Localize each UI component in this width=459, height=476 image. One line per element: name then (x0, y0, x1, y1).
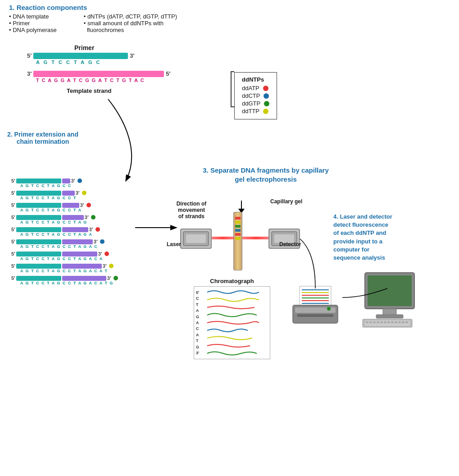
svg-rect-33 (402, 321, 404, 323)
section3-label: 3. Separate DNA fragments by capillary g… (198, 166, 333, 183)
laser-beam-left (212, 237, 234, 239)
strand-group-3: 5′ 3′ A G T C C T A G C C T A (11, 202, 91, 212)
laser-beam-right (242, 237, 269, 239)
ddatp-row: ddATP (242, 85, 269, 92)
ddttp-dot (263, 109, 268, 114)
strand-group-8: 5′ 3′ A G T C C T A G C C T A G A C A T (11, 263, 114, 273)
svg-rect-25 (373, 321, 376, 323)
ddntps-box: ddNTPs ddATP ddCTP ddGTP ddTTP (234, 72, 277, 119)
svg-rect-15 (297, 314, 333, 317)
item-dna-polymerase: DNA polymerase (9, 27, 57, 33)
top-strand-row: 5′ 3′ (27, 52, 135, 59)
chrom-labels-col: 5′ C T A G A C A T G 3′ (196, 288, 202, 357)
svg-rect-34 (405, 321, 408, 323)
strand-group-6: 5′ 3′ A G T C C T A G C C T A G A C (11, 239, 105, 249)
svg-rect-28 (384, 321, 386, 323)
strand-group-2: 5′ 3′ A G T C C T A G C C T (11, 190, 86, 200)
bottom-3prime: 3′ (27, 70, 32, 77)
section1-right-list: dNTPs (dATP, dCTP, dGTP, dTTP) small amo… (84, 13, 177, 33)
top-dna-letters: A G T C C T A G C (36, 60, 101, 65)
chrom-waves-col (205, 288, 259, 357)
strand-group-1: 5′ 3′ A G T C C T A G C C (11, 178, 82, 188)
ddntps-title: ddNTPs (242, 76, 269, 83)
strand-group-9: 5′ 3′ A G T C C T A G C C T A G A C A T … (11, 275, 118, 285)
ddgtp-row: ddGTP (242, 100, 269, 107)
section1-left-list: DNA template Primer DNA polymerase (9, 13, 57, 33)
svg-rect-20 (376, 315, 403, 318)
primer-label: Primer (74, 44, 94, 51)
section1-left: DNA template Primer DNA polymerase (9, 13, 57, 33)
strand-group-7: 5′ 3′ A G T C C T A G C C T A G A C A (11, 251, 109, 261)
teal-primer-bar (33, 53, 128, 59)
bottom-strand-row: 3′ 5′ (27, 70, 171, 77)
ddatp-label: ddATP (242, 85, 259, 92)
ddatp-dot (263, 86, 268, 91)
capillary-gel-label: Capillary gel (270, 198, 302, 205)
svg-rect-31 (395, 321, 397, 323)
section4-label: 4. Laser and detectordetect fluorescence… (333, 213, 441, 262)
svg-rect-3 (186, 234, 206, 243)
detector-label: Detector (279, 241, 301, 247)
computer-illustration (360, 270, 428, 331)
chromatograph-box: 5′ C T A G A C A T G 3′ (194, 286, 270, 359)
ddctp-label: ddCTP (242, 92, 260, 99)
laser-label: Laser (167, 241, 181, 247)
capillary-tube (233, 212, 242, 270)
direction-label: Direction ofmovementof strands (171, 201, 212, 220)
strand-group-5: 5′ 3′ A G T C C T A G C C T A G A (11, 227, 100, 237)
svg-rect-23 (366, 321, 368, 323)
section1-content: DNA template Primer DNA polymerase dNTPs… (9, 13, 315, 33)
svg-rect-32 (398, 321, 401, 323)
svg-rect-18 (368, 275, 412, 306)
section1-title: 1. Reaction components (9, 4, 315, 11)
svg-rect-29 (387, 321, 390, 323)
strand-group-4: 5′ 3′ A G T C C T A G C C T A G (11, 215, 95, 224)
svg-rect-26 (377, 321, 379, 323)
top-3prime: 3′ (130, 52, 134, 59)
ddctp-row: ddCTP (242, 92, 269, 99)
ddttp-row: ddTTP (242, 108, 269, 114)
ddntps-bracket (231, 71, 234, 107)
bottom-5prime: 5′ (166, 70, 170, 77)
item-dntps: dNTPs (dATP, dCTP, dGTP, dTTP) (84, 13, 177, 20)
ddgtp-dot (264, 101, 269, 106)
laser-device (180, 229, 212, 249)
top-5prime: 5′ (27, 52, 32, 59)
svg-point-16 (327, 307, 331, 311)
ddgtp-label: ddGTP (242, 100, 260, 107)
section2-label: 2. Primer extension and chain terminatio… (7, 131, 79, 145)
ddttp-label: ddTTP (242, 108, 259, 114)
item-ddntps-fluoro: small amount of ddNTPs with fluorochrome… (84, 20, 177, 33)
section1: 1. Reaction components DNA template Prim… (9, 4, 315, 33)
bottom-dna-letters: T C A G G A T C G G A T C T G T A C (36, 78, 145, 83)
svg-rect-24 (369, 321, 372, 323)
svg-rect-27 (380, 321, 383, 323)
printer-illustration (288, 282, 342, 329)
main-container: 1. Reaction components DNA template Prim… (0, 0, 459, 476)
item-primer: Primer (9, 20, 57, 27)
pink-template-bar (33, 71, 164, 77)
chromatograph-area: Chromatograph 5′ C T A G A C A T G 3′ (194, 278, 270, 359)
ddctp-dot (264, 93, 269, 99)
template-strand-label: Template strand (67, 87, 111, 94)
svg-rect-30 (391, 321, 394, 323)
section1-right: dNTPs (dATP, dCTP, dGTP, dTTP) small amo… (84, 13, 177, 33)
chromatograph-title: Chromatograph (194, 278, 270, 284)
item-dna-template: DNA template (9, 13, 57, 20)
